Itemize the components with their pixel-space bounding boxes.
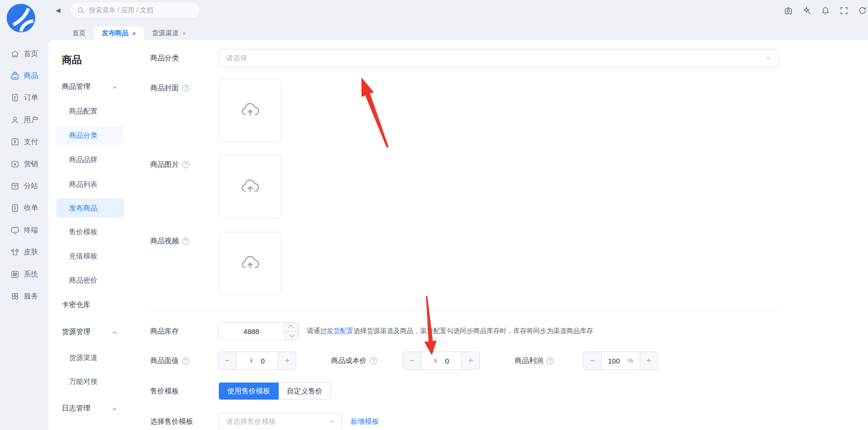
- cover-upload-box[interactable]: [219, 79, 282, 142]
- shipping-config-link[interactable]: 发货配置: [327, 327, 353, 335]
- receipt-icon: [10, 203, 20, 213]
- decrement-button[interactable]: −: [218, 352, 236, 369]
- decrement-button[interactable]: −: [403, 352, 421, 369]
- sidebar-item-card-warehouse[interactable]: 卡密仓库: [56, 295, 124, 314]
- sidebar-collapse-icon[interactable]: ◀: [54, 6, 62, 14]
- field-label-profit: 商品利润?: [515, 352, 554, 370]
- nav-item-goods[interactable]: 商品: [0, 65, 49, 86]
- skin-icon: [10, 247, 20, 257]
- sidebar-item-publish-goods[interactable]: 发布商品: [56, 199, 124, 218]
- sidebar-item-goods-secret-price[interactable]: 商品密价: [56, 271, 124, 290]
- main-content: 商品 商品管理 商品配置 商品分类 商品品牌 商品列表 发布商品 售价模板 充值…: [49, 40, 868, 430]
- nav-item-system[interactable]: 系统: [0, 263, 49, 285]
- increment-button[interactable]: +: [640, 352, 658, 369]
- sidebar-item-goods-management[interactable]: 商品管理: [56, 77, 124, 96]
- sidebar-item-log-management[interactable]: 日志管理: [56, 399, 124, 418]
- chevron-up-icon: [112, 86, 117, 88]
- help-icon[interactable]: ?: [370, 357, 377, 364]
- sidebar-item-supply-management[interactable]: 货源管理: [56, 322, 124, 341]
- nav-item-payment[interactable]: 支付: [0, 131, 49, 153]
- help-icon[interactable]: ?: [182, 161, 189, 168]
- search-input[interactable]: 搜索菜单 / 应用 / 文档: [70, 2, 200, 18]
- nav-item-label: 服务: [24, 292, 38, 301]
- nav-item-users[interactable]: 用户: [0, 109, 49, 131]
- sidebar-item-goods-config[interactable]: 商品配置: [56, 102, 124, 121]
- order-icon: [10, 93, 20, 103]
- tab-supply-channel[interactable]: 货源渠道 ×: [144, 27, 195, 40]
- search-icon: [77, 7, 85, 14]
- camera-icon[interactable]: [783, 5, 793, 16]
- nav-item-label: 支付: [24, 137, 38, 146]
- bag-icon: [10, 71, 20, 81]
- nav-item-receipt[interactable]: 收单: [0, 197, 49, 219]
- magic-star-icon[interactable]: [801, 5, 812, 16]
- nav-item-skin[interactable]: 皮肤: [0, 241, 49, 263]
- nav-item-home[interactable]: 首页: [0, 43, 49, 65]
- field-label-video: 商品视频?: [150, 232, 189, 250]
- sidebar-item-goods-list[interactable]: 商品列表: [56, 175, 124, 194]
- increment-button[interactable]: +: [461, 352, 479, 369]
- chevron-up-icon: [112, 407, 117, 410]
- face-value-stepper: − ¥0 +: [218, 352, 296, 370]
- stock-input: [218, 322, 299, 340]
- nav-item-service[interactable]: 服务: [0, 285, 49, 307]
- nav-item-substation[interactable]: 分站: [0, 175, 49, 197]
- service-icon: [10, 291, 20, 301]
- close-icon[interactable]: ×: [183, 30, 186, 37]
- primary-sidebar: 首页 商品 订单 用户 支付 营销 分站 收单: [0, 0, 49, 430]
- field-label-cost-price: 商品成本价?: [331, 352, 377, 370]
- help-icon[interactable]: ?: [182, 357, 189, 364]
- field-label-select-template: 选择售价模板: [150, 412, 193, 430]
- home-icon: [10, 49, 20, 59]
- cost-price-stepper: − ¥0 +: [403, 352, 480, 370]
- nav-item-label: 用户: [24, 115, 38, 124]
- tab-publish-goods[interactable]: 发布商品 ×: [94, 27, 144, 40]
- tab-home[interactable]: 首页: [64, 27, 94, 40]
- custom-price-button[interactable]: 自定义售价: [279, 382, 331, 400]
- video-upload-box[interactable]: [219, 232, 282, 295]
- chevron-up-icon: [112, 331, 117, 334]
- nav-item-orders[interactable]: 订单: [0, 87, 49, 109]
- use-price-template-button[interactable]: 使用售价模板: [219, 382, 279, 400]
- help-icon[interactable]: ?: [546, 357, 554, 364]
- field-label-images: 商品图片?: [150, 155, 189, 173]
- nav-item-label: 订单: [24, 93, 38, 102]
- nav-item-terminal[interactable]: 终端: [0, 219, 49, 241]
- fullscreen-icon[interactable]: [839, 5, 849, 16]
- spinner-down-icon[interactable]: [284, 332, 298, 340]
- spinner-up-icon[interactable]: [284, 323, 298, 332]
- decrement-button[interactable]: −: [584, 352, 602, 369]
- cloud-upload-icon: [239, 176, 261, 198]
- price-template-select[interactable]: 请选择售价模板: [219, 412, 342, 430]
- profit-stepper: − 100% +: [583, 352, 658, 370]
- sidebar-item-recharge-template[interactable]: 充值模板: [56, 247, 124, 266]
- refresh-icon[interactable]: [857, 5, 868, 16]
- search-placeholder: 搜索菜单 / 应用 / 文档: [89, 6, 153, 15]
- images-upload-box[interactable]: [219, 155, 282, 219]
- help-icon[interactable]: ?: [182, 85, 189, 92]
- category-select[interactable]: 请选择: [219, 49, 779, 67]
- field-label-stock: 商品库存: [150, 322, 179, 340]
- close-icon[interactable]: ×: [132, 30, 136, 37]
- stock-input-field[interactable]: [219, 323, 284, 340]
- cloud-upload-icon: [239, 100, 261, 122]
- sidebar-item-supply-channel[interactable]: 货源渠道: [56, 348, 124, 367]
- tabbar: 首页 发布商品 × 货源渠道 ×: [49, 21, 868, 40]
- increment-button[interactable]: +: [278, 352, 296, 369]
- field-label-face-value: 商品面值?: [150, 352, 189, 370]
- nav-item-label: 商品: [24, 71, 38, 80]
- ticket-icon: [10, 159, 20, 169]
- user-icon: [10, 115, 20, 125]
- nav-item-label: 终端: [24, 226, 38, 235]
- sidebar-item-price-template[interactable]: 售价模板: [56, 222, 124, 241]
- bell-icon[interactable]: [820, 5, 830, 16]
- sidebar-item-goods-category[interactable]: 商品分类: [56, 126, 124, 145]
- app-logo: [7, 4, 35, 32]
- sidebar-item-goods-brand[interactable]: 商品品牌: [56, 150, 124, 169]
- field-label-price-template: 售价模板: [150, 382, 179, 400]
- sidebar-item-universal-connect[interactable]: 万能对接: [56, 372, 124, 391]
- help-icon[interactable]: ?: [182, 238, 189, 245]
- add-template-link[interactable]: 新增模板: [351, 412, 379, 430]
- terminal-icon: [10, 225, 20, 235]
- nav-item-marketing[interactable]: 营销: [0, 153, 49, 175]
